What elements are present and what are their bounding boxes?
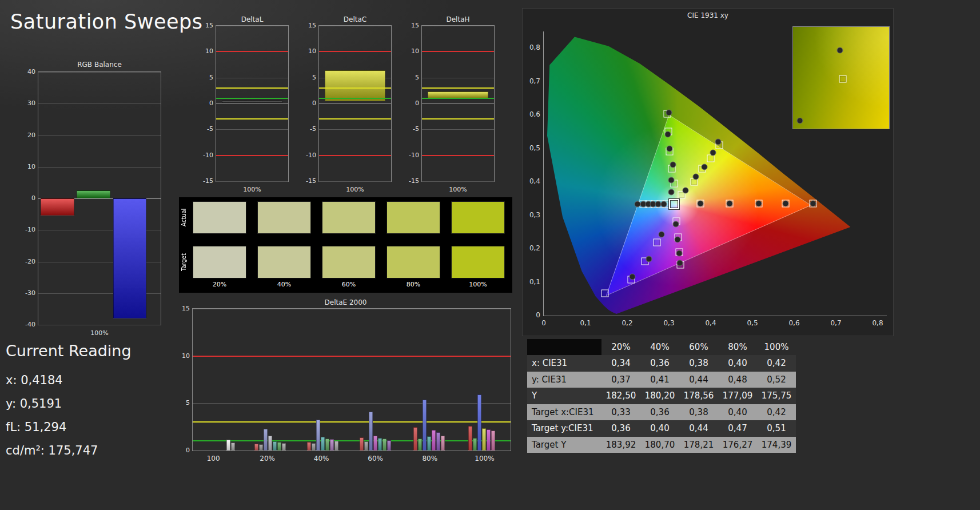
delta-h-chart[interactable]: DeltaH 151050-5-10-15 100% bbox=[402, 16, 498, 196]
x-tick-label: 0,8 bbox=[872, 319, 883, 327]
table-cell: 0,38 bbox=[679, 358, 718, 368]
delta-e-bar bbox=[436, 432, 440, 451]
ref-line-red bbox=[216, 51, 288, 52]
y-tick-label: -10 bbox=[194, 152, 213, 160]
measurement-marker bbox=[668, 189, 675, 195]
y-tick-label: -30 bbox=[16, 289, 35, 297]
y-tick-label: -15 bbox=[194, 177, 213, 185]
target-swatch bbox=[193, 246, 246, 278]
swatch-col-label: 60% bbox=[322, 281, 376, 288]
table-cell: 178,56 bbox=[679, 391, 718, 401]
table-row: Target x:CIE310,330,360,380,400,42 bbox=[527, 404, 796, 421]
x-tick-label: 40% bbox=[314, 455, 329, 463]
table-header-cell: 20% bbox=[601, 342, 640, 352]
gridline bbox=[319, 129, 391, 130]
delta-e-bar bbox=[482, 428, 486, 451]
swatch-col-label: 80% bbox=[387, 281, 440, 288]
swatch-col-label: 20% bbox=[193, 281, 246, 288]
y-tick-label: -5 bbox=[297, 125, 316, 133]
cie-zoom-inset[interactable] bbox=[792, 26, 890, 129]
target-marker bbox=[601, 289, 609, 297]
delta-e-bar bbox=[477, 395, 481, 451]
ref-line-red bbox=[193, 356, 511, 357]
measurement-marker bbox=[667, 145, 673, 152]
gridline bbox=[38, 167, 161, 168]
measurement-marker bbox=[697, 201, 703, 207]
ref-line-yellow bbox=[216, 118, 288, 119]
gridline bbox=[193, 309, 511, 309]
delta-e-bar bbox=[468, 426, 472, 451]
gridline bbox=[422, 78, 494, 78]
x-tick-label: 0,1 bbox=[580, 319, 591, 327]
y-tick-label: 5 bbox=[400, 74, 419, 82]
measurement-marker bbox=[668, 177, 674, 184]
rgb-balance-plot: 403020100-10-20-30-40 bbox=[38, 71, 161, 325]
table-cell: 0,52 bbox=[757, 374, 796, 385]
gridline bbox=[422, 181, 494, 182]
inset-measurement-marker bbox=[796, 117, 803, 123]
delta-e-bar bbox=[487, 429, 491, 451]
ref-line-red bbox=[319, 155, 391, 156]
delta-e-2000-chart[interactable]: DeltaE 2000 15105010020%40%60%80%100% bbox=[178, 298, 513, 469]
delta-e-bar bbox=[413, 427, 417, 451]
delta-e-bar bbox=[473, 438, 477, 451]
gridline bbox=[216, 26, 288, 26]
table-row-label: Target x:CIE31 bbox=[527, 407, 601, 417]
y-tick-label: -20 bbox=[16, 258, 35, 266]
ref-line-green bbox=[193, 440, 511, 441]
table-row: Y182,50180,20178,56177,09175,75 bbox=[527, 388, 796, 404]
y-tick-label: 40 bbox=[16, 68, 35, 76]
measurement-marker bbox=[676, 260, 683, 266]
gridline bbox=[319, 103, 391, 104]
x-tick-label: 60% bbox=[368, 455, 383, 463]
x-tick-label: 100% bbox=[475, 455, 494, 463]
delta-h-title: DeltaH bbox=[421, 15, 495, 23]
table-cell: 0,40 bbox=[640, 423, 679, 433]
measurement-table: 20%40%60%80%100%x: CIE310,340,360,380,40… bbox=[527, 339, 796, 453]
target-marker bbox=[653, 239, 660, 246]
rgb-balance-chart[interactable]: RGB Balance 403020100-10-20-30-40 100% bbox=[17, 61, 167, 342]
delta-c-chart[interactable]: DeltaC 151050-5-10-15 100% bbox=[299, 16, 395, 196]
table-cell: 0,44 bbox=[679, 374, 718, 385]
y-tick-label: -15 bbox=[297, 177, 316, 185]
table-cell: 183,92 bbox=[601, 440, 640, 450]
target-swatch bbox=[387, 246, 440, 278]
ref-line-red bbox=[216, 155, 288, 156]
delta-l-chart[interactable]: DeltaL 151050-5-10-15 100% bbox=[196, 16, 292, 196]
y-tick-label: 0,8 bbox=[529, 43, 540, 51]
gridline bbox=[193, 403, 511, 404]
delta-e-bar bbox=[273, 441, 277, 451]
ref-line-yellow bbox=[216, 87, 288, 89]
current-reading-x: x: 0,4184 bbox=[6, 369, 132, 392]
delta-e-plot: 15105010020%40%60%80%100% bbox=[192, 308, 511, 451]
actual-swatch bbox=[387, 201, 440, 234]
delta-e-bar bbox=[254, 444, 258, 451]
delta-h-plot: 151050-5-10-15 bbox=[421, 25, 495, 182]
delta-bar bbox=[222, 101, 282, 103]
gridline bbox=[38, 325, 161, 325]
swatch-comparison-panel[interactable]: Actual Target 20%40%60%80%100% bbox=[179, 197, 512, 293]
table-cell: 0,42 bbox=[757, 358, 796, 368]
gridline bbox=[319, 181, 391, 182]
y-tick-label: 0,4 bbox=[529, 177, 540, 185]
table-row-label: y: CIE31 bbox=[527, 374, 601, 385]
delta-h-x-label: 100% bbox=[421, 186, 495, 193]
swatch-col-label: 100% bbox=[451, 281, 505, 288]
ref-line-yellow bbox=[422, 87, 494, 89]
target-swatch bbox=[451, 246, 505, 278]
y-tick-label: 0 bbox=[194, 99, 213, 107]
x-tick-label: 0,2 bbox=[622, 319, 632, 327]
y-tick-label: 15 bbox=[297, 22, 316, 30]
y-tick-label: 15 bbox=[400, 22, 419, 30]
table-row-label: Y bbox=[527, 391, 601, 401]
table-header-cell: 40% bbox=[640, 342, 679, 352]
y-tick-label: 0,7 bbox=[529, 77, 540, 85]
table-cell: 0,40 bbox=[718, 358, 757, 368]
measurement-marker bbox=[660, 201, 667, 208]
table-row: y: CIE310,370,410,440,480,52 bbox=[527, 372, 796, 388]
table-cell: 0,42 bbox=[757, 407, 796, 417]
delta-e-bar bbox=[316, 420, 320, 451]
x-tick-label: 20% bbox=[260, 455, 275, 463]
y-tick-label: 0,5 bbox=[529, 144, 540, 152]
cie-1931-panel[interactable]: CIE 1931 xy 00,10,20,30,40,50,60,70,800,… bbox=[522, 8, 894, 336]
